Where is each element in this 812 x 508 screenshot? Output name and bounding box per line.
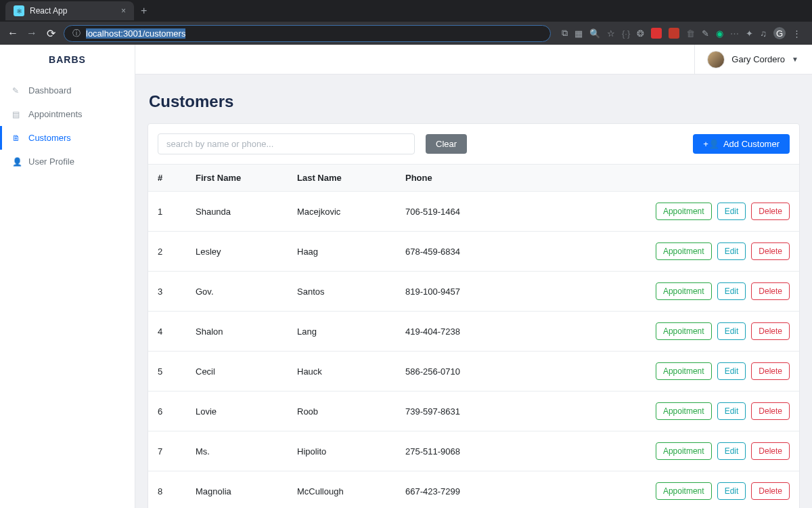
row-num: 3 — [148, 272, 189, 312]
delete-button[interactable]: Delete — [751, 322, 790, 340]
row-num: 6 — [148, 391, 189, 431]
trash-icon[interactable]: 🗑 — [686, 28, 695, 39]
ext1-icon[interactable]: ❂ — [637, 28, 644, 39]
app: BARBS ✎Dashboard▤Appointments🗎Customers👤… — [0, 45, 812, 508]
forward-button[interactable]: → — [26, 27, 38, 39]
row-last: Hipolito — [290, 431, 399, 471]
table-row: 4ShalonLang419-404-7238AppoitmentEditDel… — [148, 312, 799, 352]
puzzle-icon[interactable]: ✦ — [746, 28, 753, 39]
customers-table: # First Name Last Name Phone 1ShaundaMac… — [148, 164, 799, 508]
browser-tab[interactable]: ⚛ React App × — [5, 1, 134, 20]
edit-button[interactable]: Edit — [717, 402, 746, 420]
device-icon[interactable]: ⧉ — [562, 28, 568, 39]
row-num: 1 — [148, 192, 189, 232]
sidebar-item-appointments[interactable]: ▤Appointments — [0, 102, 135, 126]
sidebar-item-label: User Profile — [28, 156, 74, 167]
edit-button[interactable]: Edit — [717, 242, 746, 260]
row-first: Shalon — [189, 312, 290, 352]
user-avatar[interactable] — [707, 51, 725, 68]
row-num: 4 — [148, 312, 189, 352]
card-toolbar: Clear +👤 Add Customer — [148, 124, 799, 164]
edit-button[interactable]: Edit — [717, 362, 746, 380]
row-first: Gov. — [189, 272, 290, 312]
row-phone: 275-511-9068 — [399, 431, 623, 471]
record-icon[interactable]: ◉ — [716, 28, 723, 39]
delete-button[interactable]: Delete — [751, 203, 790, 220]
add-customer-label: Add Customer — [723, 139, 780, 149]
zoom-icon[interactable]: 🔍 — [589, 28, 600, 39]
edit-button[interactable]: Edit — [717, 322, 746, 340]
user-name[interactable]: Gary Cordero — [731, 54, 785, 64]
url-bar-row: ← → ⟳ ⓘ localhost:3001/customers ⧉ ▦ 🔍 ☆… — [0, 22, 812, 45]
row-first: Magnolia — [189, 471, 290, 509]
new-tab-button[interactable]: + — [134, 5, 154, 17]
row-phone: 586-256-0710 — [399, 352, 623, 391]
delete-button[interactable]: Delete — [751, 362, 790, 380]
row-num: 8 — [148, 471, 189, 509]
playlist-icon[interactable]: ♫ — [760, 28, 767, 39]
sidebar-item-user-profile[interactable]: 👤User Profile — [0, 150, 135, 173]
topbar: Gary Cordero ▼ — [135, 45, 812, 75]
site-info-icon[interactable]: ⓘ — [72, 28, 81, 39]
edit-button[interactable]: Edit — [717, 282, 746, 300]
appointment-button[interactable]: Appoitment — [656, 402, 712, 420]
kebab-icon[interactable]: ⋮ — [792, 28, 801, 39]
browser-chrome: ⚛ React App × + ← → ⟳ ⓘ localhost:3001/c… — [0, 0, 812, 45]
reload-button[interactable]: ⟳ — [45, 27, 57, 40]
row-num: 2 — [148, 232, 189, 272]
edit-button[interactable]: Edit — [717, 442, 746, 460]
row-last: Roob — [290, 391, 399, 431]
table-row: 5CecilHauck586-256-0710AppoitmentEditDel… — [148, 352, 799, 391]
brand-logo[interactable]: BARBS — [0, 45, 135, 75]
delete-button[interactable]: Delete — [751, 282, 790, 300]
browser-toolbar-icons: ⧉ ▦ 🔍 ☆ {·} ❂ 🗑 ✎ ◉ ⋯ ✦ ♫ G ⋮ — [558, 27, 805, 39]
appointment-button[interactable]: Appoitment — [656, 362, 712, 380]
add-customer-button[interactable]: +👤 Add Customer — [693, 134, 790, 154]
sidebar-item-customers[interactable]: 🗎Customers — [0, 126, 135, 150]
edit-button[interactable]: Edit — [717, 482, 746, 500]
table-row: 6LovieRoob739-597-8631AppoitmentEditDele… — [148, 391, 799, 431]
col-first: First Name — [189, 165, 290, 192]
back-button[interactable]: ← — [7, 27, 19, 39]
row-first: Cecil — [189, 352, 290, 391]
nav-list: ✎Dashboard▤Appointments🗎Customers👤User P… — [0, 75, 135, 173]
appointment-button[interactable]: Appoitment — [656, 322, 712, 340]
table-row: 2LesleyHaag678-459-6834AppoitmentEditDel… — [148, 232, 799, 272]
edit-button[interactable]: Edit — [717, 203, 746, 220]
row-num: 5 — [148, 352, 189, 391]
nav-icon: ✎ — [12, 86, 22, 96]
url-bar[interactable]: ⓘ localhost:3001/customers — [64, 25, 551, 42]
tab-title: React App — [30, 6, 67, 16]
clear-button[interactable]: Clear — [426, 134, 467, 154]
ext3-icon[interactable] — [669, 28, 679, 39]
delete-button[interactable]: Delete — [751, 242, 790, 260]
row-phone: 739-597-8631 — [399, 391, 623, 431]
sidebar: BARBS ✎Dashboard▤Appointments🗎Customers👤… — [0, 45, 135, 508]
appointment-button[interactable]: Appoitment — [656, 242, 712, 260]
profile-avatar[interactable]: G — [773, 27, 786, 39]
chevron-down-icon[interactable]: ▼ — [792, 56, 798, 63]
appointment-button[interactable]: Appoitment — [656, 203, 712, 220]
close-icon[interactable]: × — [121, 6, 126, 16]
sidebar-item-dashboard[interactable]: ✎Dashboard — [0, 79, 135, 102]
col-phone: Phone — [399, 165, 623, 192]
more-ext-icon[interactable]: ⋯ — [730, 28, 739, 39]
appointment-button[interactable]: Appoitment — [656, 442, 712, 460]
appointment-button[interactable]: Appoitment — [656, 482, 712, 500]
delete-button[interactable]: Delete — [751, 442, 790, 460]
qr-icon[interactable]: ▦ — [574, 28, 583, 39]
row-first: Lesley — [189, 232, 290, 272]
picker-icon[interactable]: ✎ — [702, 28, 709, 39]
appointment-button[interactable]: Appoitment — [656, 282, 712, 300]
url-text: localhost:3001/customers — [86, 28, 185, 39]
col-last: Last Name — [290, 165, 399, 192]
row-first: Lovie — [189, 391, 290, 431]
code-icon[interactable]: {·} — [622, 28, 630, 39]
search-input[interactable] — [158, 133, 415, 154]
delete-button[interactable]: Delete — [751, 402, 790, 420]
ext2-icon[interactable] — [651, 28, 662, 39]
row-last: Hauck — [290, 352, 399, 391]
row-last: Santos — [290, 272, 399, 312]
delete-button[interactable]: Delete — [751, 482, 790, 500]
bookmark-icon[interactable]: ☆ — [607, 28, 615, 39]
